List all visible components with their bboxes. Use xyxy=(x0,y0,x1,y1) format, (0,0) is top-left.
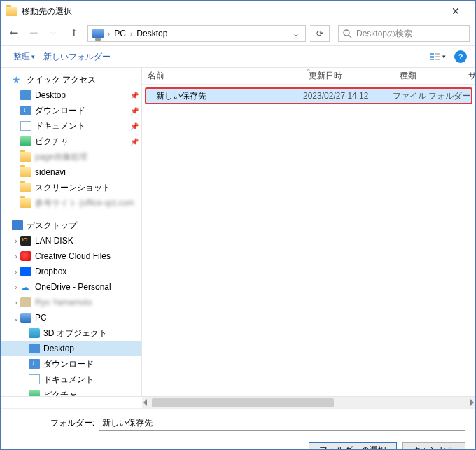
tree-item[interactable]: ピクチャ📌 xyxy=(1,134,141,149)
tree-item[interactable]: 参考サイト (office-qct.com xyxy=(1,195,141,211)
svg-rect-4 xyxy=(430,59,434,60)
download-icon xyxy=(20,106,31,115)
search-input[interactable]: Desktopの検索 xyxy=(338,25,470,42)
tree-item[interactable]: ›OneDrive - Personal xyxy=(1,279,141,295)
landisk-icon xyxy=(20,236,31,246)
folder-icon xyxy=(6,7,18,16)
col-type[interactable]: 種類 xyxy=(394,70,463,82)
window-title: 移動先の選択 xyxy=(22,6,442,17)
search-icon xyxy=(343,29,352,38)
tree-item[interactable]: ›Dropbox xyxy=(1,264,141,279)
cancel-button[interactable]: キャンセル xyxy=(402,442,465,451)
tree-desktop[interactable]: デスクトップ xyxy=(1,218,141,233)
tree-item[interactable]: page画像処理 xyxy=(1,149,141,164)
file-row-selected[interactable]: 新しい保存先 2023/02/27 14:12 ファイル フォルダー xyxy=(145,87,472,104)
star-icon xyxy=(12,75,23,85)
download-icon xyxy=(29,359,40,369)
picture-icon xyxy=(29,390,40,396)
tree-item[interactable]: ドキュメント📌 xyxy=(1,118,141,134)
folder-name-input[interactable] xyxy=(99,416,465,431)
tree-pc[interactable]: ⌄PC xyxy=(1,310,141,325)
onedrive-icon xyxy=(20,282,31,292)
pc-icon xyxy=(20,313,31,323)
tree-item[interactable]: ドキュメント xyxy=(1,372,141,387)
search-placeholder: Desktopの検索 xyxy=(356,28,412,40)
svg-rect-3 xyxy=(430,56,434,58)
sort-indicator: ⌃ xyxy=(306,68,312,75)
chevron-right-icon[interactable]: › xyxy=(106,30,111,38)
file-date: 2023/02/27 14:12 xyxy=(303,91,393,101)
new-folder-button[interactable]: 新しいフォルダー xyxy=(39,49,115,65)
file-type: ファイル フォルダー xyxy=(393,90,471,102)
col-size[interactable]: サ xyxy=(463,70,475,82)
pin-icon: 📌 xyxy=(130,122,139,130)
back-button[interactable]: 🠔 xyxy=(6,26,22,41)
breadcrumb-pc[interactable]: PC xyxy=(111,29,129,38)
document-icon xyxy=(20,121,31,131)
file-name: 新しい保存先 xyxy=(156,90,303,102)
pc-icon xyxy=(92,29,104,38)
horizontal-scrollbar[interactable] xyxy=(142,397,475,408)
tree-item[interactable]: ›Ryo Yamamoto xyxy=(1,295,141,310)
chevron-right-icon[interactable]: › xyxy=(129,30,134,38)
column-headers[interactable]: ⌃ 名前 更新日時 種類 サ xyxy=(142,68,475,85)
breadcrumb-desktop[interactable]: Desktop xyxy=(134,29,170,38)
pin-icon: 📌 xyxy=(130,92,139,99)
tree-item[interactable]: Desktop📌 xyxy=(1,87,141,103)
help-button[interactable]: ? xyxy=(454,50,467,63)
tree-item[interactable]: sidenavi xyxy=(1,164,141,180)
col-name[interactable]: 名前 xyxy=(142,70,303,82)
address-dropdown[interactable]: ⌄ xyxy=(288,29,304,38)
folder-label: フォルダー: xyxy=(10,417,94,429)
desktop-icon xyxy=(12,220,23,230)
svg-line-1 xyxy=(349,35,351,38)
svg-point-0 xyxy=(344,30,349,36)
close-button[interactable]: ✕ xyxy=(442,6,470,17)
refresh-button[interactable]: ⟳ xyxy=(310,25,330,42)
tree-item[interactable]: ›LAN DISK xyxy=(1,233,141,248)
tree-item[interactable]: ダウンロード xyxy=(1,356,141,372)
tree-item[interactable]: 3D オブジェクト xyxy=(1,325,141,341)
folder-icon xyxy=(20,152,31,162)
organize-button[interactable]: 整理▾ xyxy=(9,49,39,65)
folder-icon xyxy=(20,198,31,208)
desktop-icon xyxy=(29,344,40,353)
user-icon xyxy=(20,297,31,307)
view-icon xyxy=(430,52,441,61)
folder-icon xyxy=(20,183,31,192)
forward-button[interactable]: 🠖 xyxy=(26,26,41,41)
desktop-icon xyxy=(20,90,31,100)
tree-item[interactable]: ダウンロード📌 xyxy=(1,103,141,118)
folder-icon xyxy=(20,167,31,177)
svg-rect-2 xyxy=(430,53,434,55)
creativecloud-icon xyxy=(20,251,31,261)
tree-quick-access[interactable]: クイック アクセス xyxy=(1,72,141,87)
picture-icon xyxy=(20,136,31,146)
tree-item-selected[interactable]: Desktop xyxy=(1,341,141,356)
3dobjects-icon xyxy=(29,328,40,338)
select-folder-button[interactable]: フォルダーの選択 xyxy=(309,442,397,451)
col-date[interactable]: 更新日時 xyxy=(303,70,394,82)
dropbox-icon xyxy=(20,267,31,276)
tree-item[interactable]: ›Creative Cloud Files xyxy=(1,248,141,264)
document-icon xyxy=(29,374,40,384)
nav-tree[interactable]: クイック アクセス Desktop📌 ダウンロード📌 ドキュメント📌 ピクチャ📌… xyxy=(1,68,142,396)
tree-item[interactable]: スクリーンショット xyxy=(1,180,141,195)
recent-dropdown[interactable]: ﹀ xyxy=(46,26,61,41)
pin-icon: 📌 xyxy=(130,138,139,146)
pin-icon: 📌 xyxy=(130,107,139,115)
up-button[interactable]: 🠕 xyxy=(66,26,82,41)
tree-item[interactable]: ピクチャ xyxy=(1,387,141,396)
address-bar[interactable]: › PC › Desktop ⌄ xyxy=(88,25,306,42)
view-options-button[interactable]: ▾ xyxy=(427,50,449,63)
